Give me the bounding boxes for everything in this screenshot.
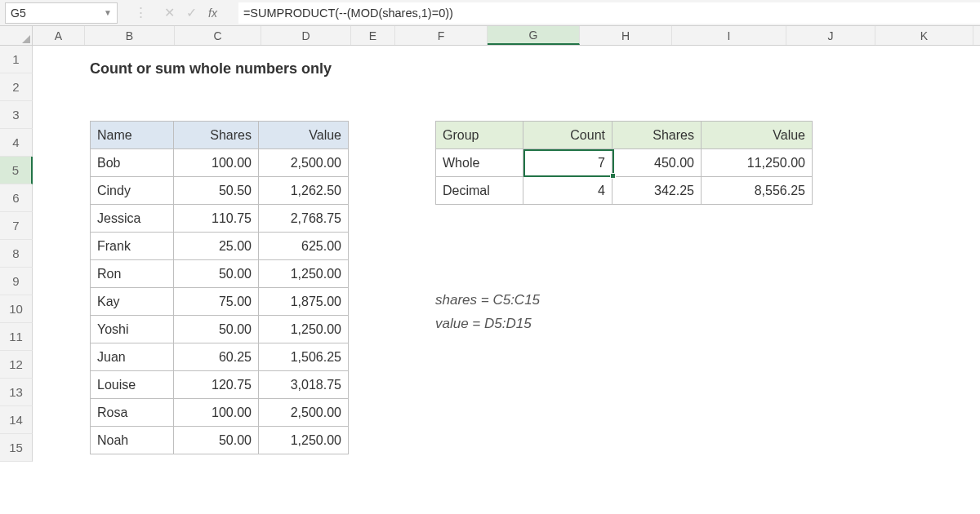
row-header-3[interactable]: 3 [0,101,33,129]
cell-value[interactable]: 1,506.25 [259,343,349,371]
row-header-9[interactable]: 9 [0,268,33,295]
cell-name[interactable]: Bob [91,149,174,177]
cell-shares[interactable]: 100.00 [174,149,259,177]
cell-name[interactable]: Yoshi [91,316,174,343]
cell-name[interactable]: Frank [91,233,174,260]
table-row: Frank25.00625.00 [91,233,349,260]
cell-count[interactable]: 7 [523,149,612,177]
data-table: Name Shares Value Bob100.002,500.00 Cind… [90,121,349,454]
col-header-H[interactable]: H [580,26,672,45]
page-title: Count or sum whole numbers only [90,60,332,78]
select-all-button[interactable] [0,26,33,45]
col-header-J[interactable]: J [786,26,875,45]
formula-input[interactable]: =SUMPRODUCT(--(MOD(shares,1)=0)) [238,2,980,24]
cell-name[interactable]: Louise [91,371,174,399]
row-header-8[interactable]: 8 [0,240,33,268]
row-header-2[interactable]: 2 [0,73,33,101]
fx-icon[interactable]: fx [208,7,217,20]
row-header-13[interactable]: 13 [0,379,33,406]
row-header-11[interactable]: 11 [0,323,33,351]
cell-value[interactable]: 8,556.25 [702,177,813,205]
summary-header-shares[interactable]: Shares [612,122,702,149]
cell-value[interactable]: 1,250.00 [259,316,349,343]
summary-header-group[interactable]: Group [436,122,523,149]
table-header-value[interactable]: Value [259,122,349,149]
sheet-area[interactable]: 1 2 3 4 5 6 7 8 9 10 11 12 13 14 15 Coun… [0,46,980,514]
col-header-F[interactable]: F [395,26,488,45]
named-range-notes: shares = C5:C15 value = D5:D15 [435,289,540,336]
row-header-14[interactable]: 14 [0,406,33,434]
col-header-A[interactable]: A [33,26,85,45]
table-row: Juan60.251,506.25 [91,343,349,371]
row-header-5[interactable]: 5 [0,157,33,184]
row-header-15[interactable]: 15 [0,434,33,462]
row-headers: 1 2 3 4 5 6 7 8 9 10 11 12 13 14 15 [0,46,33,462]
table-row: Louise120.753,018.75 [91,371,349,399]
cell-value[interactable]: 1,875.00 [259,288,349,316]
col-header-K[interactable]: K [875,26,973,45]
col-header-E[interactable]: E [351,26,395,45]
row-header-7[interactable]: 7 [0,212,33,240]
cell-name[interactable]: Rosa [91,399,174,427]
col-header-B[interactable]: B [85,26,175,45]
cancel-icon[interactable]: ✕ [164,5,175,20]
col-header-G[interactable]: G [488,26,580,45]
cell-value[interactable]: 2,500.00 [259,399,349,427]
table-header-shares[interactable]: Shares [174,122,259,149]
cell-group[interactable]: Whole [436,149,523,177]
col-header-I[interactable]: I [672,26,786,45]
row-header-4[interactable]: 4 [0,129,33,157]
formula-bar: G5 ▼ ⋮ ✕ ✓ fx =SUMPRODUCT(--(MOD(shares,… [0,0,980,26]
cell-shares[interactable]: 60.25 [174,343,259,371]
cell-value[interactable]: 1,250.00 [259,427,349,454]
note-shares: shares = C5:C15 [435,289,540,312]
cell-shares[interactable]: 50.50 [174,177,259,205]
cell-name[interactable]: Jessica [91,205,174,233]
summary-header-count[interactable]: Count [523,122,612,149]
cell-value[interactable]: 625.00 [259,233,349,260]
cell-shares[interactable]: 25.00 [174,233,259,260]
cell-name[interactable]: Noah [91,427,174,454]
cell-shares[interactable]: 342.25 [612,177,702,205]
cell-shares[interactable]: 50.00 [174,316,259,343]
table-row: Kay75.001,875.00 [91,288,349,316]
cell-group[interactable]: Decimal [436,177,523,205]
name-box[interactable]: G5 ▼ [5,2,118,24]
cell-value[interactable]: 11,250.00 [702,149,813,177]
cell-shares[interactable]: 120.75 [174,371,259,399]
enter-icon[interactable]: ✓ [186,5,197,20]
summary-table: Group Count Shares Value Whole 7 450.00 … [435,121,813,205]
col-header-C[interactable]: C [175,26,261,45]
table-row: Ron50.001,250.00 [91,260,349,288]
table-header-name[interactable]: Name [91,122,174,149]
col-header-D[interactable]: D [261,26,351,45]
cell-shares[interactable]: 100.00 [174,399,259,427]
cell-shares[interactable]: 450.00 [612,149,702,177]
cell-shares[interactable]: 50.00 [174,260,259,288]
row-header-6[interactable]: 6 [0,184,33,212]
cell-value[interactable]: 1,262.50 [259,177,349,205]
cell-shares[interactable]: 75.00 [174,288,259,316]
row-header-12[interactable]: 12 [0,351,33,379]
cell-value[interactable]: 2,500.00 [259,149,349,177]
table-row: Bob100.002,500.00 [91,149,349,177]
cell-name[interactable]: Kay [91,288,174,316]
cell-name[interactable]: Ron [91,260,174,288]
table-row: Rosa100.002,500.00 [91,399,349,427]
row-header-10[interactable]: 10 [0,295,33,323]
cell-reference: G5 [11,7,26,20]
summary-header-value[interactable]: Value [702,122,813,149]
cell-value[interactable]: 2,768.75 [259,205,349,233]
row-header-1[interactable]: 1 [0,46,33,73]
formula-text: =SUMPRODUCT(--(MOD(shares,1)=0)) [243,7,453,20]
name-box-dropdown-icon[interactable]: ▼ [104,8,112,17]
summary-row: Decimal 4 342.25 8,556.25 [436,177,813,205]
cell-value[interactable]: 1,250.00 [259,260,349,288]
cell-name[interactable]: Juan [91,343,174,371]
cell-shares[interactable]: 50.00 [174,427,259,454]
cell-name[interactable]: Cindy [91,177,174,205]
table-row: Cindy50.501,262.50 [91,177,349,205]
cell-count[interactable]: 4 [523,177,612,205]
cell-value[interactable]: 3,018.75 [259,371,349,399]
cell-shares[interactable]: 110.75 [174,205,259,233]
